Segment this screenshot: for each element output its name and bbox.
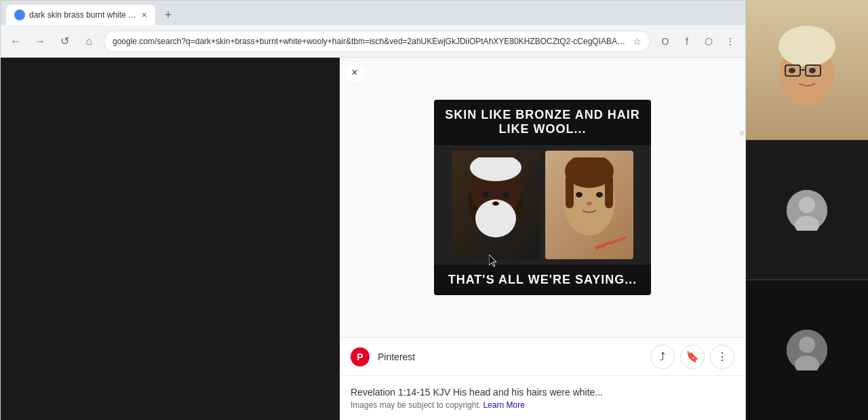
svg-rect-9 — [566, 174, 574, 208]
home-button[interactable]: ⌂ — [79, 32, 98, 51]
active-tab[interactable]: dark skin brass burnt white w... × — [6, 5, 155, 25]
svg-point-11 — [576, 192, 583, 197]
url-text: google.com/search?q=dark+skin+brass+burn… — [113, 37, 627, 46]
svg-point-5 — [502, 192, 509, 197]
meme-image: SKIN LIKE BRONZE AND HAIR LIKE WOOL... — [434, 100, 651, 296]
back-button[interactable]: ← — [6, 32, 25, 51]
video-participant-2 — [746, 280, 868, 420]
close-button[interactable]: × — [345, 63, 364, 82]
meme-face-left — [452, 151, 540, 259]
meme-bottom-text: THAT'S ALL WE'RE SAYING... — [434, 265, 651, 296]
bookmark-button[interactable]: 🔖 — [680, 345, 705, 369]
pinterest-label: Pinterest — [378, 351, 642, 362]
info-actions: ⤴ 🔖 ⋮ — [650, 345, 734, 369]
svg-point-26 — [799, 337, 815, 353]
learn-more-link[interactable]: Learn More — [483, 400, 524, 410]
meme-faces: BiblePlanet.com — [434, 145, 651, 265]
bookmark-star-icon[interactable]: ☆ — [633, 36, 642, 47]
forward-button[interactable]: → — [31, 32, 50, 51]
browser-actions: O f ⬡ ⋮ — [656, 32, 740, 51]
participant-avatar-1 — [787, 190, 827, 231]
scroll-bar[interactable] — [740, 130, 744, 136]
image-preview-overlay: × SKIN LIKE BRONZE AND HAIR LIKE WOOL... — [1, 58, 745, 420]
svg-point-20 — [789, 68, 795, 73]
svg-rect-10 — [605, 174, 613, 208]
new-tab-button[interactable]: + — [158, 5, 178, 25]
modal-sidebar — [1, 58, 340, 420]
tab-close-button[interactable]: × — [142, 9, 147, 20]
svg-point-21 — [809, 68, 816, 73]
tab-favicon — [14, 9, 25, 20]
svg-point-6 — [492, 202, 499, 206]
pinterest-icon: P — [351, 347, 370, 366]
svg-point-4 — [482, 192, 489, 197]
modal-info-bar: P Pinterest ⤴ 🔖 ⋮ — [340, 337, 745, 375]
svg-text:BiblePlanet.com: BiblePlanet.com — [595, 234, 627, 250]
svg-point-16 — [778, 26, 835, 66]
svg-point-23 — [799, 197, 815, 213]
video-participant-1 — [746, 140, 868, 281]
address-bar: ← → ↺ ⌂ google.com/search?q=dark+skin+br… — [1, 25, 745, 58]
video-call-area — [746, 0, 868, 420]
participant-avatar-2 — [787, 330, 827, 370]
meme-face-right: BiblePlanet.com — [545, 151, 633, 259]
opera-icon[interactable]: O — [656, 32, 675, 51]
modal-image-area: SKIN LIKE BRONZE AND HAIR LIKE WOOL... — [340, 58, 745, 337]
svg-point-13 — [587, 202, 592, 206]
menu-icon[interactable]: ⋮ — [721, 32, 740, 51]
search-page: Google dark skin brass burnt white wooly… — [1, 58, 745, 420]
svg-point-12 — [596, 192, 603, 197]
extensions-icon[interactable]: ⬡ — [699, 32, 718, 51]
modal-description: Revelation 1:14-15 KJV His head and his … — [340, 375, 745, 420]
more-options-button[interactable]: ⋮ — [710, 345, 734, 369]
browser-window: dark skin brass burnt white w... × + ← →… — [0, 0, 746, 420]
copyright-note: Images may be subject to copyright. Lear… — [351, 400, 734, 410]
share-button[interactable]: ⤴ — [650, 345, 675, 369]
tab-title: dark skin brass burnt white w... — [29, 10, 138, 20]
modal-desc-title: Revelation 1:14-15 KJV His head and his … — [351, 387, 734, 398]
video-participant-live — [746, 0, 868, 140]
video-feed — [746, 0, 868, 420]
facebook-icon[interactable]: f — [677, 32, 696, 51]
modal-main: × SKIN LIKE BRONZE AND HAIR LIKE WOOL... — [340, 58, 745, 420]
url-bar[interactable]: google.com/search?q=dark+skin+brass+burn… — [104, 31, 650, 52]
tab-bar: dark skin brass burnt white w... × + — [1, 1, 745, 25]
meme-top-text: SKIN LIKE BRONZE AND HAIR LIKE WOOL... — [434, 100, 651, 145]
refresh-button[interactable]: ↺ — [55, 32, 74, 51]
